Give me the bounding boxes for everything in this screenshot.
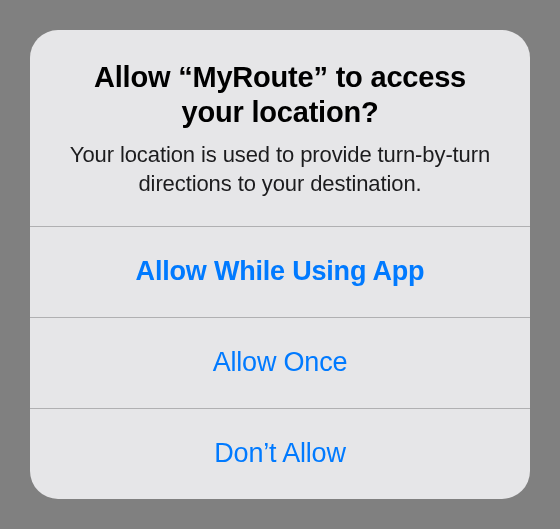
dont-allow-button[interactable]: Don’t Allow <box>30 408 530 499</box>
dialog-message: Your location is used to provide turn-by… <box>60 140 500 198</box>
dialog-title: Allow “MyRoute” to access your location? <box>60 60 500 130</box>
button-label: Allow Once <box>213 347 348 378</box>
button-label: Allow While Using App <box>136 256 425 287</box>
location-permission-dialog: Allow “MyRoute” to access your location?… <box>30 30 530 499</box>
allow-while-using-button[interactable]: Allow While Using App <box>30 226 530 317</box>
allow-once-button[interactable]: Allow Once <box>30 317 530 408</box>
button-label: Don’t Allow <box>214 438 345 469</box>
dialog-header: Allow “MyRoute” to access your location?… <box>30 30 530 226</box>
